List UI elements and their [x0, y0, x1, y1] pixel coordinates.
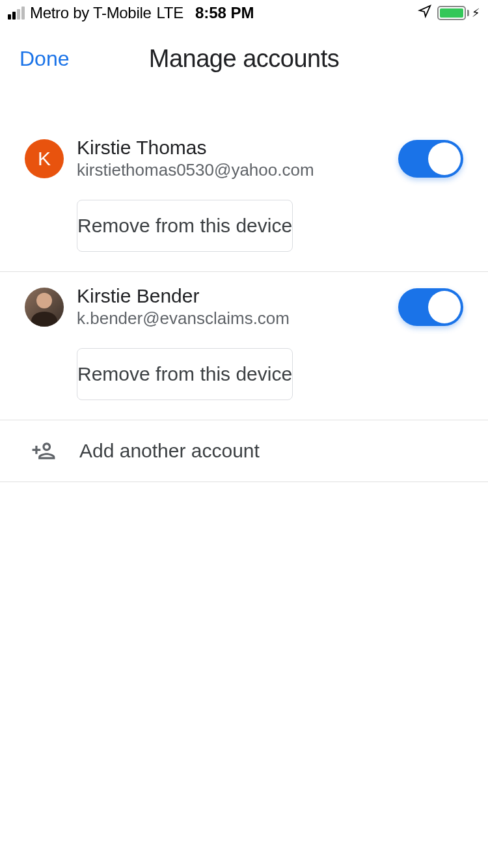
- status-left: Metro by T-Mobile LTE 8:58 PM: [8, 4, 254, 22]
- time-label: 8:58 PM: [195, 4, 254, 22]
- status-right: ⚡︎: [418, 4, 480, 22]
- account-list: K Kirstie Thomas kirstiethomas0530@yahoo…: [0, 124, 488, 482]
- account-name: Kirstie Thomas: [77, 137, 385, 159]
- account-name: Kirstie Bender: [77, 285, 385, 307]
- location-icon: [418, 4, 432, 22]
- account-email: kirstiethomas0530@yahoo.com: [77, 160, 385, 180]
- account-info: Kirstie Bender k.bender@evansclaims.com: [77, 285, 385, 329]
- status-bar: Metro by T-Mobile LTE 8:58 PM ⚡︎: [0, 0, 488, 26]
- avatar: K: [25, 139, 64, 178]
- header: Done Manage accounts: [0, 26, 488, 91]
- account-row: Kirstie Bender k.bender@evansclaims.com: [0, 285, 488, 329]
- battery-icon: ⚡︎: [437, 6, 480, 20]
- network-label: LTE: [157, 4, 183, 22]
- account-info: Kirstie Thomas kirstiethomas0530@yahoo.c…: [77, 137, 385, 180]
- charging-icon: ⚡︎: [472, 6, 480, 20]
- avatar: [25, 288, 64, 327]
- account-toggle[interactable]: [398, 140, 463, 178]
- account-item: Kirstie Bender k.bender@evansclaims.com …: [0, 272, 488, 420]
- remove-button[interactable]: Remove from this device: [77, 348, 293, 400]
- account-toggle[interactable]: [398, 288, 463, 326]
- account-email: k.bender@evansclaims.com: [77, 308, 385, 329]
- done-button[interactable]: Done: [20, 47, 70, 71]
- add-account-label: Add another account: [79, 440, 260, 462]
- account-row: K Kirstie Thomas kirstiethomas0530@yahoo…: [0, 137, 488, 180]
- person-add-icon: [31, 439, 56, 463]
- remove-button[interactable]: Remove from this device: [77, 200, 293, 252]
- carrier-label: Metro by T-Mobile: [30, 4, 152, 22]
- add-account-button[interactable]: Add another account: [0, 420, 488, 482]
- page-title: Manage accounts: [149, 45, 339, 73]
- account-item: K Kirstie Thomas kirstiethomas0530@yahoo…: [0, 124, 488, 272]
- signal-icon: [8, 7, 25, 20]
